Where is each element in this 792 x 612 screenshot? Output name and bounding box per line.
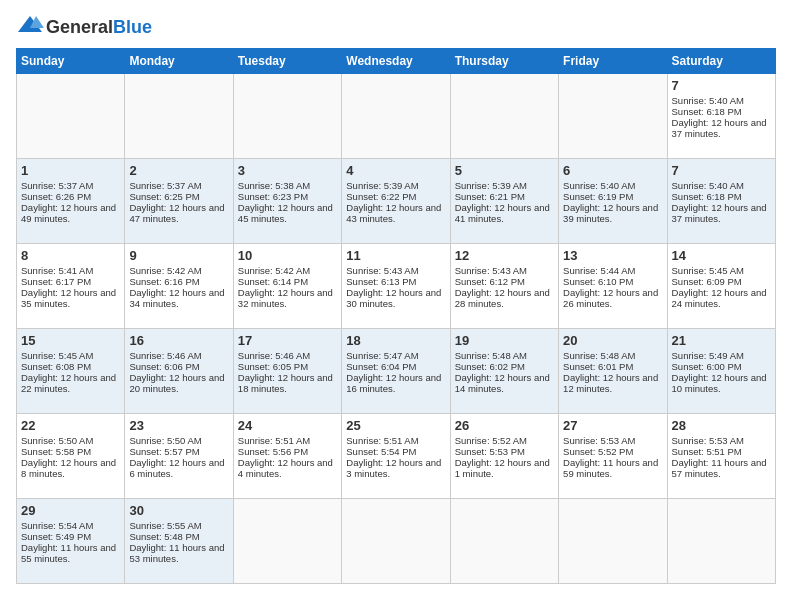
sunrise-text: Sunrise: 5:45 AM — [672, 265, 771, 276]
daylight-text: Daylight: 11 hours and 57 minutes. — [672, 457, 771, 479]
sunrise-text: Sunrise: 5:47 AM — [346, 350, 445, 361]
calendar-cell: 4Sunrise: 5:39 AMSunset: 6:22 PMDaylight… — [342, 159, 450, 244]
calendar-cell — [559, 499, 667, 584]
daylight-text: Daylight: 12 hours and 24 minutes. — [672, 287, 771, 309]
logo-icon — [16, 14, 44, 36]
calendar-cell: 1Sunrise: 5:37 AMSunset: 6:26 PMDaylight… — [17, 159, 125, 244]
sunset-text: Sunset: 5:49 PM — [21, 531, 120, 542]
sunset-text: Sunset: 5:54 PM — [346, 446, 445, 457]
sunrise-text: Sunrise: 5:40 AM — [672, 180, 771, 191]
calendar-cell: 15Sunrise: 5:45 AMSunset: 6:08 PMDayligh… — [17, 329, 125, 414]
col-header-thursday: Thursday — [450, 49, 558, 74]
sunset-text: Sunset: 5:53 PM — [455, 446, 554, 457]
sunset-text: Sunset: 6:18 PM — [672, 106, 771, 117]
sunset-text: Sunset: 6:01 PM — [563, 361, 662, 372]
sunrise-text: Sunrise: 5:40 AM — [563, 180, 662, 191]
calendar-cell: 2Sunrise: 5:37 AMSunset: 6:25 PMDaylight… — [125, 159, 233, 244]
day-number: 15 — [21, 333, 120, 348]
sunset-text: Sunset: 5:48 PM — [129, 531, 228, 542]
daylight-text: Daylight: 11 hours and 59 minutes. — [563, 457, 662, 479]
logo-text: GeneralBlue — [46, 17, 152, 38]
daylight-text: Daylight: 12 hours and 16 minutes. — [346, 372, 445, 394]
calendar-cell: 8Sunrise: 5:41 AMSunset: 6:17 PMDaylight… — [17, 244, 125, 329]
calendar-cell — [342, 74, 450, 159]
sunrise-text: Sunrise: 5:45 AM — [21, 350, 120, 361]
calendar-cell: 29Sunrise: 5:54 AMSunset: 5:49 PMDayligh… — [17, 499, 125, 584]
calendar-cell — [450, 499, 558, 584]
daylight-text: Daylight: 12 hours and 14 minutes. — [455, 372, 554, 394]
day-number: 13 — [563, 248, 662, 263]
calendar-cell: 22Sunrise: 5:50 AMSunset: 5:58 PMDayligh… — [17, 414, 125, 499]
calendar-cell: 7Sunrise: 5:40 AMSunset: 6:18 PMDaylight… — [667, 159, 775, 244]
sunrise-text: Sunrise: 5:51 AM — [346, 435, 445, 446]
day-number: 6 — [563, 163, 662, 178]
col-header-tuesday: Tuesday — [233, 49, 341, 74]
sunset-text: Sunset: 6:08 PM — [21, 361, 120, 372]
calendar-cell: 20Sunrise: 5:48 AMSunset: 6:01 PMDayligh… — [559, 329, 667, 414]
sunrise-text: Sunrise: 5:46 AM — [238, 350, 337, 361]
sunset-text: Sunset: 6:21 PM — [455, 191, 554, 202]
daylight-text: Daylight: 12 hours and 1 minute. — [455, 457, 554, 479]
sunrise-text: Sunrise: 5:53 AM — [563, 435, 662, 446]
col-header-sunday: Sunday — [17, 49, 125, 74]
day-number: 3 — [238, 163, 337, 178]
daylight-text: Daylight: 12 hours and 35 minutes. — [21, 287, 120, 309]
day-number: 27 — [563, 418, 662, 433]
calendar-cell — [233, 499, 341, 584]
logo: GeneralBlue — [16, 16, 152, 38]
day-number: 14 — [672, 248, 771, 263]
sunrise-text: Sunrise: 5:39 AM — [346, 180, 445, 191]
calendar-cell: 10Sunrise: 5:42 AMSunset: 6:14 PMDayligh… — [233, 244, 341, 329]
sunrise-text: Sunrise: 5:42 AM — [238, 265, 337, 276]
calendar-cell: 9Sunrise: 5:42 AMSunset: 6:16 PMDaylight… — [125, 244, 233, 329]
calendar-cell: 28Sunrise: 5:53 AMSunset: 5:51 PMDayligh… — [667, 414, 775, 499]
daylight-text: Daylight: 12 hours and 37 minutes. — [672, 202, 771, 224]
day-number: 9 — [129, 248, 228, 263]
calendar-header-row: SundayMondayTuesdayWednesdayThursdayFrid… — [17, 49, 776, 74]
day-number: 24 — [238, 418, 337, 433]
calendar-cell: 27Sunrise: 5:53 AMSunset: 5:52 PMDayligh… — [559, 414, 667, 499]
day-number: 25 — [346, 418, 445, 433]
sunrise-text: Sunrise: 5:37 AM — [21, 180, 120, 191]
sunset-text: Sunset: 6:02 PM — [455, 361, 554, 372]
day-number: 22 — [21, 418, 120, 433]
sunset-text: Sunset: 6:22 PM — [346, 191, 445, 202]
day-number: 20 — [563, 333, 662, 348]
sunrise-text: Sunrise: 5:50 AM — [129, 435, 228, 446]
day-number: 1 — [21, 163, 120, 178]
calendar-cell: 6Sunrise: 5:40 AMSunset: 6:19 PMDaylight… — [559, 159, 667, 244]
calendar-cell: 16Sunrise: 5:46 AMSunset: 6:06 PMDayligh… — [125, 329, 233, 414]
day-number: 10 — [238, 248, 337, 263]
calendar-cell — [17, 74, 125, 159]
calendar-cell — [667, 499, 775, 584]
day-number: 12 — [455, 248, 554, 263]
daylight-text: Daylight: 12 hours and 32 minutes. — [238, 287, 337, 309]
calendar-cell: 21Sunrise: 5:49 AMSunset: 6:00 PMDayligh… — [667, 329, 775, 414]
sunrise-text: Sunrise: 5:48 AM — [455, 350, 554, 361]
day-number: 4 — [346, 163, 445, 178]
sunrise-text: Sunrise: 5:44 AM — [563, 265, 662, 276]
sunset-text: Sunset: 6:17 PM — [21, 276, 120, 287]
day-number: 17 — [238, 333, 337, 348]
sunrise-text: Sunrise: 5:43 AM — [455, 265, 554, 276]
daylight-text: Daylight: 12 hours and 3 minutes. — [346, 457, 445, 479]
sunset-text: Sunset: 6:05 PM — [238, 361, 337, 372]
sunset-text: Sunset: 6:10 PM — [563, 276, 662, 287]
sunrise-text: Sunrise: 5:52 AM — [455, 435, 554, 446]
calendar-cell: 14Sunrise: 5:45 AMSunset: 6:09 PMDayligh… — [667, 244, 775, 329]
sunset-text: Sunset: 5:56 PM — [238, 446, 337, 457]
day-number: 26 — [455, 418, 554, 433]
daylight-text: Daylight: 12 hours and 30 minutes. — [346, 287, 445, 309]
day-number: 19 — [455, 333, 554, 348]
sunrise-text: Sunrise: 5:37 AM — [129, 180, 228, 191]
sunrise-text: Sunrise: 5:42 AM — [129, 265, 228, 276]
daylight-text: Daylight: 12 hours and 34 minutes. — [129, 287, 228, 309]
calendar-cell — [450, 74, 558, 159]
daylight-text: Daylight: 12 hours and 4 minutes. — [238, 457, 337, 479]
daylight-text: Daylight: 11 hours and 53 minutes. — [129, 542, 228, 564]
calendar-table: SundayMondayTuesdayWednesdayThursdayFrid… — [16, 48, 776, 584]
daylight-text: Daylight: 12 hours and 47 minutes. — [129, 202, 228, 224]
day-number: 16 — [129, 333, 228, 348]
sunset-text: Sunset: 6:04 PM — [346, 361, 445, 372]
sunrise-text: Sunrise: 5:55 AM — [129, 520, 228, 531]
